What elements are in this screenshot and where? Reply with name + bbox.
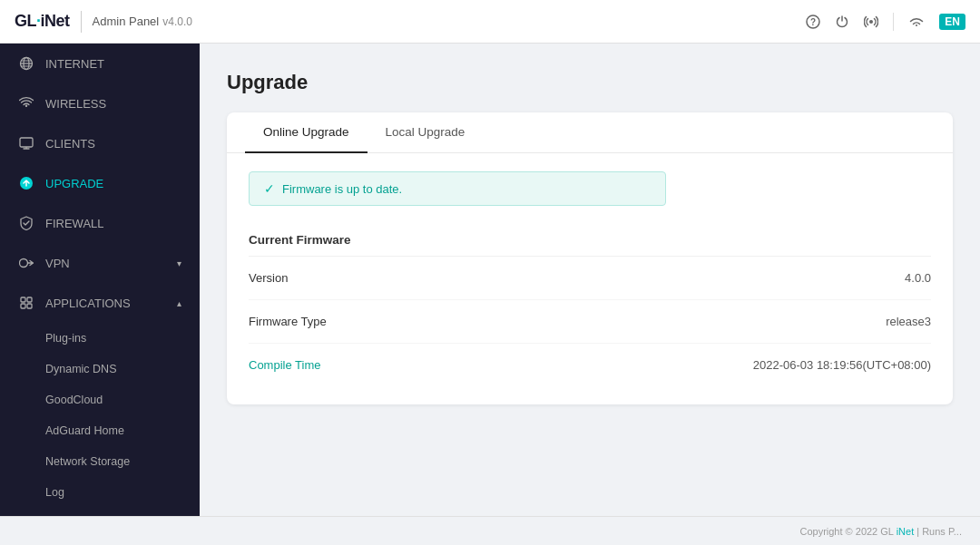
content-area: Upgrade Online Upgrade Local Upgrade ✓ F… <box>200 44 980 516</box>
tab-local-upgrade[interactable]: Local Upgrade <box>368 112 484 153</box>
sidebar-item-more-settings[interactable]: MORE SETTINGS ▾ <box>0 508 200 516</box>
sidebar-item-clients[interactable]: CLIENTS <box>0 123 200 163</box>
sidebar-item-upgrade[interactable]: UPGRADE <box>0 163 200 203</box>
sidebar-firewall-label: FIREWALL <box>45 217 104 230</box>
network-storage-label: Network Storage <box>45 455 130 468</box>
firmware-type-value: release3 <box>886 315 931 328</box>
sidebar-vpn-label: VPN <box>45 257 70 270</box>
sidebar-item-applications[interactable]: APPLICATIONS ▴ <box>0 283 200 323</box>
status-message: Firmware is up to date. <box>282 182 402 196</box>
sidebar-sub-item-dynamic-dns[interactable]: Dynamic DNS <box>0 354 200 384</box>
logo-text: GL·iNet <box>15 12 70 31</box>
clients-icon <box>18 135 34 151</box>
sidebar-item-firewall[interactable]: FIREWALL <box>0 203 200 243</box>
goodcloud-label: GoodCloud <box>45 394 103 406</box>
svg-rect-16 <box>27 304 32 308</box>
svg-rect-15 <box>21 304 25 308</box>
svg-point-2 <box>869 20 873 24</box>
svg-rect-13 <box>21 297 25 302</box>
sidebar-internet-label: INTERNET <box>45 57 104 71</box>
help-icon[interactable]: ? <box>806 15 820 29</box>
firmware-type-label: Firmware Type <box>249 315 327 328</box>
language-button[interactable]: EN <box>939 14 965 30</box>
plug-ins-label: Plug-ins <box>45 332 86 345</box>
sidebar-sub-item-adguard-home[interactable]: AdGuard Home <box>0 415 200 446</box>
firmware-type-row: Firmware Type release3 <box>249 300 931 344</box>
sidebar-item-vpn[interactable]: VPN ▾ <box>0 243 200 283</box>
sidebar-applications-label: APPLICATIONS <box>45 297 131 310</box>
sidebar-sub-item-log[interactable]: Log <box>0 477 200 508</box>
sidebar-item-internet[interactable]: INTERNET <box>0 44 200 83</box>
version-value: 4.0.0 <box>905 271 931 285</box>
firmware-version-row: Version 4.0.0 <box>249 257 931 300</box>
logo: GL·iNet <box>15 12 70 31</box>
compile-time-label: Compile Time <box>249 358 320 372</box>
compile-time-value: 2022-06-03 18:19:56(UTC+08:00) <box>753 358 931 372</box>
footer-link[interactable]: iNet <box>897 526 915 537</box>
sidebar-wireless-label: WIRELESS <box>45 97 106 111</box>
header-logo-divider <box>81 11 82 33</box>
adguard-home-label: AdGuard Home <box>45 424 124 437</box>
main-layout: INTERNET WIRELESS CLIENTS <box>0 44 980 516</box>
page-title: Upgrade <box>227 71 953 94</box>
sidebar-sub-item-plug-ins[interactable]: Plug-ins <box>0 323 200 354</box>
svg-text:?: ? <box>810 17 816 27</box>
header-right: ? EN <box>806 13 965 31</box>
version-label: v4.0.0 <box>162 15 192 28</box>
power-icon[interactable] <box>835 15 849 29</box>
svg-point-12 <box>20 259 28 268</box>
header: GL·iNet Admin Panel v4.0.0 ? <box>0 0 980 44</box>
check-icon: ✓ <box>264 181 275 196</box>
tab-bar: Online Upgrade Local Upgrade <box>227 112 953 153</box>
sidebar-item-wireless[interactable]: WIRELESS <box>0 83 200 123</box>
firewall-icon <box>18 215 34 231</box>
svg-rect-8 <box>20 138 33 147</box>
wifi-icon <box>18 95 34 112</box>
version-label: Version <box>249 271 288 285</box>
sidebar-sub-item-goodcloud[interactable]: GoodCloud <box>0 384 200 415</box>
wifi-status-icon[interactable] <box>908 15 925 29</box>
firmware-section-title: Current Firmware <box>249 224 931 257</box>
upgrade-icon <box>18 175 34 191</box>
svg-rect-14 <box>27 297 32 302</box>
vpn-chevron-icon: ▾ <box>177 258 181 268</box>
sidebar-clients-label: CLIENTS <box>45 137 95 151</box>
sidebar: INTERNET WIRELESS CLIENTS <box>0 44 200 516</box>
apps-icon <box>18 295 34 311</box>
log-label: Log <box>45 486 64 499</box>
applications-chevron-icon: ▴ <box>177 298 181 308</box>
card-body: ✓ Firmware is up to date. Current Firmwa… <box>227 153 953 404</box>
status-bar: ✓ Firmware is up to date. <box>249 171 666 206</box>
sidebar-sub-item-network-storage[interactable]: Network Storage <box>0 446 200 477</box>
globe-icon <box>18 55 34 72</box>
vpn-icon <box>18 255 34 271</box>
router-icon[interactable] <box>864 15 878 29</box>
header-right-divider <box>893 13 894 31</box>
compile-time-row: Compile Time 2022-06-03 18:19:56(UTC+08:… <box>249 344 931 386</box>
upgrade-card: Online Upgrade Local Upgrade ✓ Firmware … <box>227 112 953 404</box>
admin-panel-label: Admin Panel <box>93 15 160 28</box>
footer-text: Copyright © 2022 GL iNet | Runs P... <box>799 526 962 537</box>
footer: Copyright © 2022 GL iNet | Runs P... <box>0 516 980 545</box>
dynamic-dns-label: Dynamic DNS <box>45 363 117 375</box>
tab-online-upgrade[interactable]: Online Upgrade <box>245 112 368 153</box>
sidebar-upgrade-label: UPGRADE <box>45 177 103 190</box>
